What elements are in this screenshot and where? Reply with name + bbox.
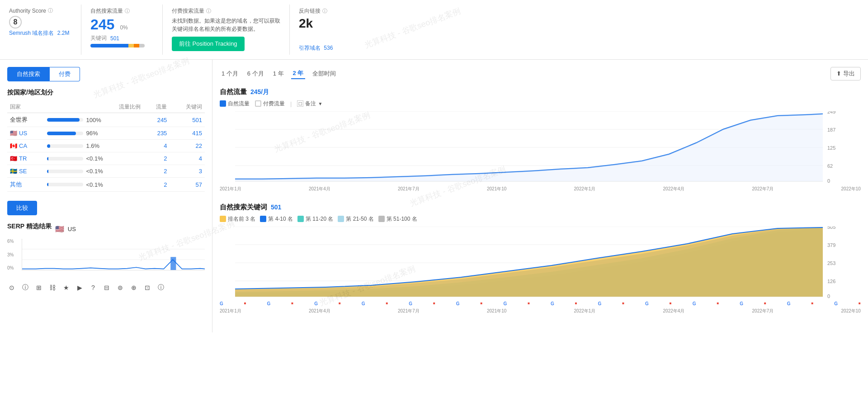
referring-domains-value[interactable]: 536 (324, 45, 333, 51)
search-tabs: 自然搜索 付费 (7, 67, 205, 81)
kw-legend-top3[interactable]: 排名前 3 名 (220, 215, 255, 223)
country-flag: 🇺🇸 (10, 130, 17, 137)
keywords-cell-value[interactable]: 3 (199, 168, 202, 175)
legend-notes[interactable]: □ 备注 ▼ (297, 100, 322, 108)
serp-country: US (68, 226, 76, 232)
legend-paid-box (255, 100, 261, 107)
position-tracking-button[interactable]: 前往 Position Tracking (172, 37, 245, 51)
keywords-cell-value[interactable]: 415 (192, 130, 202, 137)
backlinks-info-icon[interactable]: ⓘ (322, 8, 327, 14)
traffic-bar-cell: <0.1% (44, 152, 143, 165)
icon-image[interactable]: ⊞ (34, 283, 43, 292)
keywords-cell-value[interactable]: 57 (196, 181, 202, 188)
keywords-value-cell: 22 (170, 140, 205, 152)
keyword-bar-blue (90, 44, 128, 47)
traffic-value[interactable]: 2 (164, 168, 167, 175)
traffic-value[interactable]: 2 (164, 155, 167, 162)
kw-x-6: 2022年7月 (752, 308, 774, 314)
left-panel: 自然搜索 付费 按国家/地区划分 国家 流量比例 流量 关键词 全世界 (0, 60, 212, 332)
traffic-value-cell: 2 (143, 165, 170, 178)
serp-y-3: 3% (7, 252, 20, 257)
kw-legend-11-20[interactable]: 第 11-20 名 (297, 215, 333, 223)
semrush-rank-value[interactable]: 2.2M (57, 30, 70, 36)
time-1y[interactable]: 1 年 (271, 69, 286, 79)
time-6m[interactable]: 6 个月 (245, 69, 266, 79)
svg-text:125: 125 (827, 145, 835, 151)
authority-info-icon[interactable]: ⓘ (48, 7, 53, 14)
keyword-chart-title: 自然搜索关键词 (220, 203, 267, 212)
tab-paid[interactable]: 付费 (50, 67, 80, 81)
kw-legend-21-50-box (338, 216, 344, 222)
serp-title: SERP 精选结果 (7, 222, 52, 231)
keywords-cell-value[interactable]: 4 (199, 155, 202, 162)
country-name[interactable]: 其他 (10, 180, 22, 189)
keywords-cell-value[interactable]: 22 (196, 142, 202, 149)
x-label-1: 2021年4月 (309, 186, 330, 192)
kw-x-5: 2022年4月 (663, 308, 685, 314)
legend-paid[interactable]: 付费流量 (255, 100, 285, 108)
kw-legend-51-100[interactable]: 第 51-100 名 (378, 215, 417, 223)
kw-x-7: 2022年10 (841, 308, 861, 314)
icon-link[interactable]: ⛓ (48, 283, 57, 292)
r-icon-8: ■ (622, 301, 624, 306)
kw-x-0: 2021年1月 (220, 308, 241, 314)
compare-button[interactable]: 比较 (7, 201, 37, 215)
icon-comment[interactable]: ⊡ (143, 283, 152, 292)
g-icon-7: G (551, 301, 554, 306)
col-traffic-percent: 流量比例 (44, 101, 143, 113)
icon-bookmark[interactable]: ⊟ (102, 283, 111, 292)
country-name: 全世界 (10, 116, 28, 124)
organic-traffic-value: 245 (90, 17, 114, 33)
tab-organic[interactable]: 自然搜索 (7, 67, 50, 81)
traffic-value-cell: 2 (143, 178, 170, 192)
traffic-x-labels: 2021年1月 2021年4月 2021年7月 2021年10 2022年1月 … (220, 186, 861, 192)
icon-knowledge[interactable]: ⓘ (21, 283, 30, 292)
icon-question[interactable]: ? (89, 283, 98, 292)
time-1m[interactable]: 1 个月 (220, 69, 240, 79)
country-name[interactable]: SE (19, 168, 27, 175)
legend-organic[interactable]: 自然流量 (220, 100, 250, 108)
time-all[interactable]: 全部时间 (311, 69, 338, 79)
icon-featured[interactable]: ⊙ (7, 283, 16, 292)
traffic-value[interactable]: 2 (164, 181, 167, 188)
keywords-value[interactable]: 501 (110, 35, 119, 42)
kw-legend-21-50[interactable]: 第 21-50 名 (338, 215, 373, 223)
kw-legend-4-10[interactable]: 第 4-10 名 (260, 215, 293, 223)
organic-traffic-block: 自然搜索流量 ⓘ 245 0% 关键词 501 (81, 5, 163, 55)
country-name[interactable]: US (19, 130, 27, 137)
traffic-value[interactable]: 4 (164, 142, 167, 149)
country-flag: 🇨🇦 (10, 142, 17, 149)
keywords-cell-value[interactable]: 501 (192, 117, 202, 123)
icon-info[interactable]: ⓘ (156, 283, 165, 292)
table-row: 🇸🇪 SE <0.1% 2 3 (7, 165, 205, 178)
g-icon-10: G (693, 301, 696, 306)
traffic-bar (47, 183, 83, 186)
traffic-value[interactable]: 245 (157, 117, 167, 123)
r-icon-12: ■ (811, 301, 814, 306)
authority-label-text: Authority Score (9, 8, 46, 14)
country-name[interactable]: CA (19, 142, 27, 149)
serp-y-axis: 6% 3% 0% (7, 239, 20, 270)
icon-star[interactable]: ★ (61, 283, 71, 292)
traffic-bar-cell: 96% (44, 127, 143, 140)
paid-traffic-label: 付费搜索流量 ⓘ (172, 7, 280, 15)
g-icon-12: G (787, 301, 791, 306)
r-icon-2: ■ (339, 301, 341, 306)
country-name[interactable]: TR (19, 155, 27, 162)
r-icon-10: ■ (717, 301, 719, 306)
export-label: 导出 (843, 70, 855, 78)
g-icon-0: G (220, 301, 223, 306)
paid-info-icon[interactable]: ⓘ (206, 8, 211, 14)
time-2y[interactable]: 2 年 (291, 68, 306, 79)
legend-paid-label: 付费流量 (263, 100, 285, 108)
icon-video[interactable]: ▶ (75, 283, 84, 292)
organic-info-icon[interactable]: ⓘ (125, 8, 130, 14)
icon-people[interactable]: ⊕ (129, 283, 138, 292)
icon-map[interactable]: ⊚ (116, 283, 125, 292)
export-button[interactable]: ⬆ 导出 (830, 67, 861, 80)
g-icon-3: G (362, 301, 365, 306)
kw-x-1: 2021年4月 (309, 308, 330, 314)
traffic-value[interactable]: 235 (157, 130, 167, 137)
country-flag: 🇹🇷 (10, 155, 17, 162)
authority-score-block: Authority Score ⓘ 8 Semrush 域名排名 2.2M (0, 5, 81, 55)
